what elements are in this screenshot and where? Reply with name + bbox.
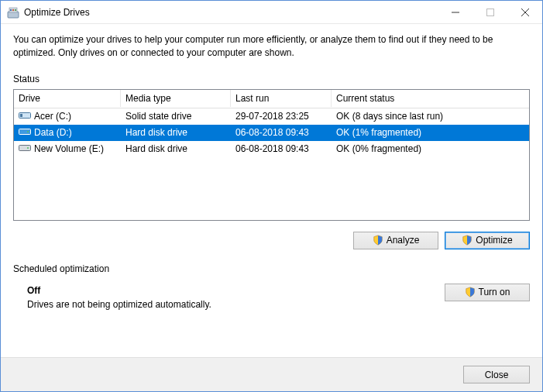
drive-row[interactable]: New Volume (E:)Hard disk drive06-08-2018…	[14, 141, 529, 157]
drive-row[interactable]: Acer (C:)Solid state drive29-07-2018 23:…	[14, 108, 529, 125]
optimize-button-label: Optimize	[476, 235, 512, 246]
scheduled-state: Off	[27, 285, 445, 296]
svg-point-3	[12, 9, 14, 10]
optimize-drives-window: Optimize Drives You can optimize your dr…	[0, 0, 543, 392]
close-button[interactable]: Close	[463, 366, 530, 383]
scheduled-description: Drives are not being optimized automatic…	[27, 299, 445, 310]
col-header-media[interactable]: Media type	[121, 90, 231, 107]
optimize-button[interactable]: Optimize	[445, 232, 530, 249]
analyze-button-label: Analyze	[387, 235, 420, 246]
status-label: Status	[13, 74, 530, 84]
col-header-status[interactable]: Current status	[332, 90, 529, 107]
drive-last-run: 06-08-2018 09:43	[231, 142, 332, 156]
drive-name: Data (D:)	[34, 127, 72, 138]
drive-list-header: Drive Media type Last run Current status	[14, 90, 529, 108]
minimize-button[interactable]	[438, 1, 473, 23]
svg-rect-11	[19, 129, 31, 134]
titlebar: Optimize Drives	[1, 1, 542, 24]
content-area: You can optimize your drives to help you…	[1, 24, 542, 357]
svg-rect-13	[19, 145, 31, 150]
shield-icon	[373, 235, 383, 246]
scheduled-optimization-section: Off Drives are not being optimized autom…	[13, 279, 530, 310]
drive-media: Solid state drive	[121, 109, 231, 123]
drive-name: Acer (C:)	[34, 111, 71, 122]
scheduled-optimization-label: Scheduled optimization	[13, 263, 530, 274]
turn-on-button-label: Turn on	[479, 287, 510, 297]
drive-last-run: 06-08-2018 09:43	[231, 126, 332, 139]
drive-icon	[19, 143, 31, 155]
window-title: Optimize Drives	[24, 7, 438, 18]
col-header-drive[interactable]: Drive	[14, 90, 121, 107]
drive-row[interactable]: Data (D:)Hard disk drive06-08-2018 09:43…	[14, 125, 529, 141]
drive-media: Hard disk drive	[121, 126, 231, 139]
maximize-button[interactable]	[473, 1, 507, 23]
col-header-last[interactable]: Last run	[231, 90, 332, 107]
drive-status: OK (8 days since last run)	[332, 109, 529, 123]
close-window-button[interactable]	[507, 1, 542, 23]
analyze-button[interactable]: Analyze	[353, 232, 438, 249]
svg-rect-6	[486, 9, 493, 15]
drive-list[interactable]: Drive Media type Last run Current status…	[13, 89, 530, 221]
drive-status: OK (0% fragmented)	[332, 142, 529, 156]
drive-icon	[19, 127, 31, 139]
drive-status: OK (1% fragmented)	[332, 126, 529, 139]
action-button-row: Analyze Optimize	[13, 232, 530, 249]
svg-rect-10	[20, 114, 22, 117]
svg-point-2	[10, 9, 12, 10]
svg-point-14	[27, 147, 29, 149]
turn-on-button[interactable]: Turn on	[445, 284, 530, 301]
svg-point-4	[15, 9, 16, 10]
drive-icon	[19, 111, 31, 122]
shield-icon	[462, 235, 473, 246]
drive-media: Hard disk drive	[121, 142, 231, 156]
footer: Close	[1, 357, 542, 391]
close-button-label: Close	[485, 370, 509, 380]
optimize-drives-icon	[7, 6, 19, 19]
drive-name: New Volume (E:)	[34, 143, 104, 154]
intro-text: You can optimize your drives to help you…	[13, 33, 530, 60]
shield-icon	[465, 287, 476, 297]
svg-point-12	[27, 131, 29, 132]
drive-last-run: 29-07-2018 23:25	[231, 109, 332, 123]
